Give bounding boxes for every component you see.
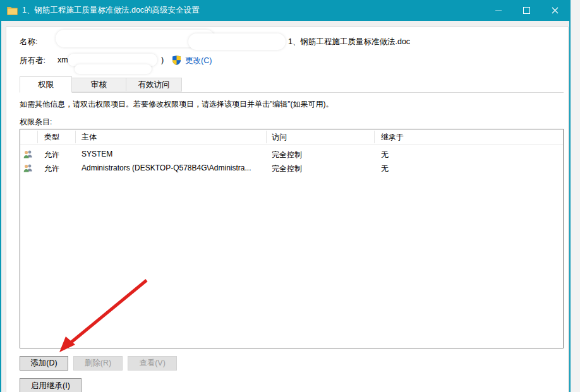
tab-effective-access[interactable]: 有效访问 — [126, 78, 182, 92]
enable-inheritance-button[interactable]: 启用继承(I) — [20, 378, 82, 392]
table-row[interactable]: 允许 Administrators (DESKTOP-Q578B4G\Admin… — [20, 162, 563, 175]
column-header-inherited-from[interactable]: 继承于 — [381, 129, 404, 145]
view-button: 查看(V) — [128, 356, 177, 371]
change-owner-link[interactable]: 更改(C) — [185, 56, 212, 66]
cell-type: 允许 — [44, 163, 59, 174]
table-row[interactable]: 允许 SYSTEM 完全控制 无 — [20, 148, 563, 162]
add-button[interactable]: 添加(D) — [20, 356, 68, 371]
instruction-text: 如需其他信息，请双击权限项目。若要修改权限项目，请选择该项目并单击"编辑"(如果… — [20, 99, 334, 110]
screenshot-stage: 1、钢筋工程施工质量标准做法.doc的高级安全设置 名称: 1、钢筋工程施工质量… — [0, 0, 580, 392]
column-separator[interactable] — [374, 131, 375, 143]
name-value: 1、钢筋工程施工质量标准做法.doc — [288, 37, 410, 47]
cell-principal: Administrators (DESKTOP-Q578B4G\Administ… — [82, 163, 251, 172]
document-folder-icon — [7, 6, 18, 15]
owner-value-suffix: ) — [161, 56, 164, 64]
column-header-access[interactable]: 访问 — [272, 129, 287, 145]
column-header-type[interactable]: 类型 — [44, 129, 59, 145]
dialog-content-panel: 名称: 1、钢筋工程施工质量标准做法.doc 所有者: xm ) 更改(C) 权… — [6, 27, 569, 392]
window-title: 1、钢筋工程施工质量标准做法.doc的高级安全设置 — [22, 5, 200, 16]
group-users-icon — [23, 163, 33, 174]
cell-access: 完全控制 — [272, 163, 302, 174]
cell-type: 允许 — [44, 150, 59, 160]
owner-value-prefix: xm — [57, 56, 68, 64]
owner-label: 所有者: — [20, 56, 45, 66]
column-separator[interactable] — [75, 131, 76, 143]
maximize-button[interactable] — [512, 0, 541, 21]
minimize-icon — [495, 10, 502, 11]
permission-entries-list[interactable]: 类型 主体 访问 继承于 允许 SYSTEM 完全控制 无 — [20, 129, 564, 348]
redaction-blob — [75, 64, 152, 74]
column-separator[interactable] — [266, 131, 267, 143]
name-label: 名称: — [20, 37, 37, 47]
tab-permissions[interactable]: 权限 — [20, 76, 72, 93]
group-users-icon — [23, 149, 33, 160]
cell-inherited-from: 无 — [381, 150, 389, 160]
close-icon — [552, 7, 559, 14]
titlebar[interactable]: 1、钢筋工程施工质量标准做法.doc的高级安全设置 — [1, 0, 569, 21]
uac-shield-icon — [172, 55, 181, 66]
column-header-principal[interactable]: 主体 — [82, 129, 97, 145]
redaction-blob — [188, 33, 286, 50]
column-separator[interactable] — [37, 131, 38, 143]
cell-inherited-from: 无 — [381, 163, 389, 174]
cell-principal: SYSTEM — [82, 150, 112, 158]
maximize-icon — [523, 7, 530, 14]
minimize-button — [484, 0, 512, 21]
cell-access: 完全控制 — [272, 150, 302, 160]
list-header: 类型 主体 访问 继承于 — [20, 129, 563, 145]
close-button[interactable] — [541, 0, 569, 21]
permission-entries-label: 权限条目: — [20, 117, 52, 128]
tab-auditing[interactable]: 审核 — [71, 78, 126, 92]
caption-buttons — [484, 0, 569, 21]
remove-button: 删除(R) — [73, 356, 123, 371]
